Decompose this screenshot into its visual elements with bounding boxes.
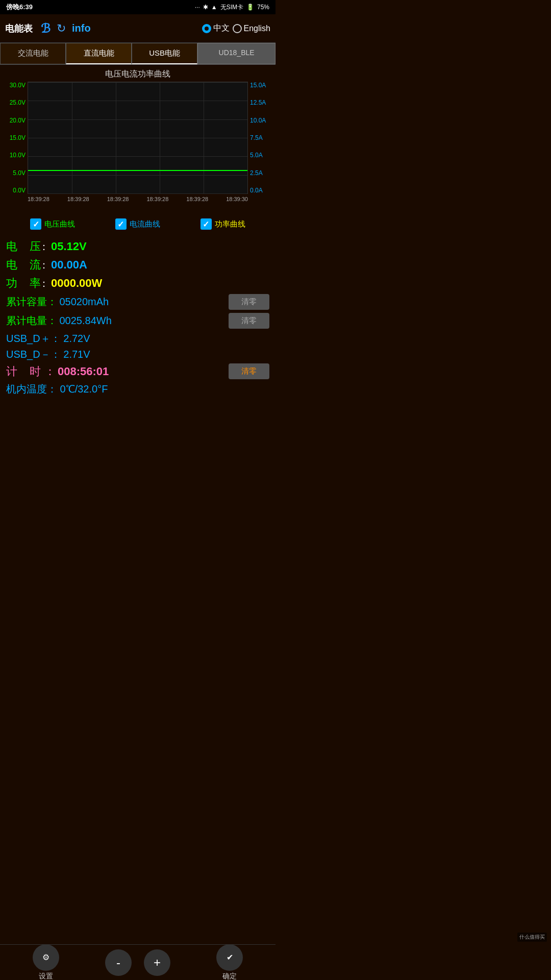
top-nav: 电能表 ℬ ↻ info 中文 English <box>0 14 276 43</box>
vgrid-1 <box>72 82 72 193</box>
vgrid-3 <box>160 82 160 193</box>
y-axis-right: 15.0A 12.5A 10.0A 7.5A 5.0A 2.5A 0.0A <box>248 82 271 194</box>
usb-dplus-label: USB_D＋： <box>6 333 61 344</box>
data-section: 电 压 ： 05.12V 电 流 ： 00.00A 功 率 ： 0000.00W… <box>0 236 276 401</box>
vgrid-4 <box>204 82 204 193</box>
sim-icon: 无SIM卡 <box>220 3 243 12</box>
vgrid-2 <box>116 82 116 193</box>
voltage-line <box>28 170 247 171</box>
y-right-1: 12.5A <box>250 99 266 106</box>
current-checkbox[interactable]: ✓ <box>115 218 127 230</box>
grid-3 <box>28 138 247 138</box>
power-row: 功 率 ： 0000.00W <box>6 276 269 291</box>
voltage-checkbox[interactable]: ✓ <box>30 218 41 230</box>
tab-dc[interactable]: 直流电能 <box>66 43 132 64</box>
usb-dplus-row: USB_D＋： 2.72V <box>6 332 269 346</box>
usb-dminus-label: USB_D－： <box>6 349 61 360</box>
chart-graph <box>28 82 248 194</box>
status-bar: 傍晚6:39 ··· ✱ ▲ 无SIM卡 🔋 75% <box>0 0 276 14</box>
temp-row: 机内温度： 0℃/32.0°F <box>6 382 269 396</box>
grid-6 <box>28 193 247 194</box>
timer-colon: ： <box>44 365 56 378</box>
grid-2 <box>28 119 247 120</box>
usb-dplus-value: 2.72V <box>63 333 90 344</box>
usb-dminus-row: USB_D－： 2.71V <box>6 348 269 361</box>
tab-bar: 交流电能 直流电能 USB电能 UD18_BLE <box>0 43 276 65</box>
y-left-0: 30.0V <box>10 82 26 89</box>
battery-icon: 🔋 <box>246 4 254 11</box>
current-label: 电 流 <box>6 257 37 273</box>
x-4: 18:39:28 <box>186 196 208 202</box>
clear-timer-button[interactable]: 清零 <box>229 363 269 379</box>
y-left-3: 15.0V <box>10 134 26 141</box>
power-checkbox[interactable]: ✓ <box>201 218 212 230</box>
bluetooth-icon: ✱ <box>203 4 208 11</box>
info-button[interactable]: info <box>72 22 91 34</box>
x-0: 18:39:28 <box>28 196 49 202</box>
power-value: 0000.00W <box>51 277 102 290</box>
clear-cap-button[interactable]: 清零 <box>229 294 269 310</box>
clear-energy-button[interactable]: 清零 <box>229 313 269 329</box>
y-right-4: 5.0A <box>250 152 263 159</box>
language-selector: 中文 English <box>202 23 270 34</box>
tab-ac[interactable]: 交流电能 <box>0 43 66 64</box>
voltage-row: 电 压 ： 05.12V <box>6 239 269 254</box>
wifi-icon: ▲ <box>211 4 217 11</box>
y-left-1: 25.0V <box>10 99 26 106</box>
capacity-row: 累计容量： 05020mAh 清零 <box>6 294 269 310</box>
voltage-value: 05.12V <box>51 240 87 253</box>
y-left-6: 0.0V <box>13 187 26 194</box>
power-label: 功 率 <box>6 276 37 291</box>
y-right-0: 15.0A <box>250 82 266 89</box>
voltage-label: 电 压 <box>6 239 37 254</box>
y-right-5: 2.5A <box>250 169 263 177</box>
y-left-5: 5.0V <box>13 169 26 177</box>
lang-en-option[interactable]: English <box>233 24 270 33</box>
battery-percent: 75% <box>257 4 269 11</box>
chart-area: 30.0V 25.0V 20.0V 15.0V 10.0V 5.0V 0.0V <box>4 82 271 194</box>
power-legend-label: 功率曲线 <box>215 219 245 229</box>
grid-5 <box>28 175 247 176</box>
y-right-6: 0.0A <box>250 187 263 194</box>
tab-device[interactable]: UD18_BLE <box>197 43 276 64</box>
dots-icon: ··· <box>195 4 200 11</box>
chart-title: 电压电流功率曲线 <box>0 65 276 82</box>
temp-value: 0℃/32.0°F <box>60 383 108 395</box>
y-left-4: 10.0V <box>10 152 26 159</box>
y-right-2: 10.0A <box>250 117 266 124</box>
timer-label: 计 时 <box>6 365 44 378</box>
chart-legend: ✓ 电压曲线 ✓ 电流曲线 ✓ 功率曲线 <box>0 214 276 234</box>
cap-value: 05020mAh <box>59 296 109 307</box>
usb-dminus-value: 2.71V <box>63 349 90 360</box>
app-title: 电能表 <box>5 22 33 35</box>
lang-zh-label: 中文 <box>213 23 230 34</box>
legend-power[interactable]: ✓ 功率曲线 <box>201 218 245 230</box>
status-right: ··· ✱ ▲ 无SIM卡 🔋 75% <box>195 3 269 12</box>
lang-zh-radio <box>202 24 211 33</box>
x-axis: 18:39:28 18:39:28 18:39:28 18:39:28 18:3… <box>4 194 271 202</box>
legend-current[interactable]: ✓ 电流曲线 <box>115 218 160 230</box>
y-axis-left: 30.0V 25.0V 20.0V 15.0V 10.0V 5.0V 0.0V <box>4 82 28 194</box>
energy-row: 累计电量： 0025.84Wh 清零 <box>6 313 269 329</box>
refresh-icon[interactable]: ↻ <box>57 22 66 35</box>
energy-label: 累计电量： <box>6 315 57 326</box>
cap-label: 累计容量： <box>6 296 57 307</box>
current-row: 电 流 ： 00.00A <box>6 257 269 273</box>
bottom-spacer <box>0 401 276 442</box>
current-value: 00.00A <box>51 258 87 272</box>
temp-label: 机内温度： <box>6 383 57 395</box>
bluetooth-nav-icon[interactable]: ℬ <box>41 21 51 36</box>
y-right-3: 7.5A <box>250 134 263 141</box>
legend-voltage[interactable]: ✓ 电压曲线 <box>30 218 75 230</box>
x-3: 18:39:28 <box>146 196 168 202</box>
timer-row: 计 时 ： 008:56:01 清零 <box>6 363 269 379</box>
lang-en-label: English <box>244 24 270 33</box>
tab-usb[interactable]: USB电能 <box>132 43 197 64</box>
grid-1 <box>28 101 247 101</box>
x-5: 18:39:30 <box>226 196 248 202</box>
lang-en-radio <box>233 24 242 33</box>
energy-value: 0025.84Wh <box>59 315 111 326</box>
grid-4 <box>28 156 247 157</box>
lang-zh-option[interactable]: 中文 <box>202 23 230 34</box>
voltage-legend-label: 电压曲线 <box>44 219 75 229</box>
